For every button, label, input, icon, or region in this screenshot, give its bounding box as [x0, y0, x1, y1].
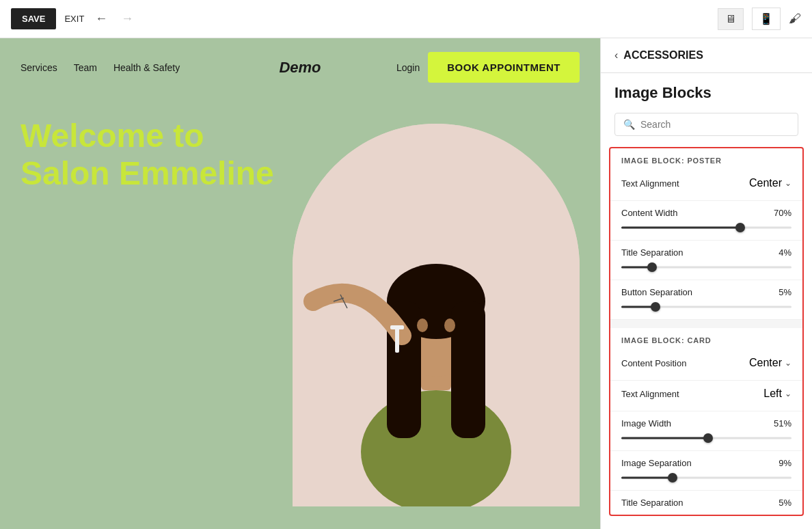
right-panel: ‹ ACCESSORIES Image Blocks 🔍 IMAGE BLOCK… — [600, 38, 812, 529]
canvas: Services Team Health & Safety Demo Login… — [0, 38, 600, 529]
settings-block: IMAGE BLOCK: POSTER Text Alignment Cente… — [609, 147, 804, 516]
nav-links: Services Team Health & Safety — [21, 62, 180, 73]
content-width-label: Content Width — [621, 208, 677, 218]
login-link[interactable]: Login — [396, 62, 420, 73]
desktop-icon: 🖥 — [725, 13, 736, 25]
text-alignment-row: Text Alignment Center ⌄ — [610, 170, 802, 201]
nav-right: Login BOOK APPOINTMENT — [396, 52, 580, 83]
mobile-icon: 📱 — [759, 13, 773, 25]
hero-section: Welcome to Salon Emmeline — [0, 96, 600, 506]
card-text-alignment-row: Text Alignment Left ⌄ — [610, 381, 802, 411]
card-text-alignment-dropdown[interactable]: Left ⌄ — [763, 388, 791, 400]
button-separation-slider[interactable] — [621, 301, 791, 312]
brush-icon: 🖌 — [789, 12, 801, 25]
card-text-alignment-label: Text Alignment — [621, 389, 679, 399]
image-width-row: Image Width 51% — [610, 411, 802, 451]
text-alignment-value: Center — [749, 177, 782, 189]
bottom-title-sep-row: Title Separation 5% — [610, 491, 802, 515]
title-separation-slider[interactable] — [621, 262, 791, 273]
image-separation-value: 9% — [779, 458, 791, 468]
site-nav: Services Team Health & Safety Demo Login… — [0, 38, 600, 96]
panel-content: Image Blocks 🔍 IMAGE BLOCK: POSTER Text … — [601, 73, 812, 529]
content-position-row: Content Position Center ⌄ — [610, 350, 802, 381]
content-position-label: Content Position — [621, 358, 686, 368]
back-icon[interactable]: ‹ — [614, 49, 618, 62]
content-width-slider[interactable] — [621, 222, 791, 233]
book-appointment-button[interactable]: BOOK APPOINTMENT — [428, 52, 580, 83]
bottom-title-sep-label: Title Separation — [621, 498, 684, 508]
hero-image-container — [293, 124, 580, 506]
chevron-down-icon-3: ⌄ — [785, 389, 791, 398]
style-button[interactable]: 🖌 — [789, 12, 801, 26]
button-separation-value: 5% — [779, 287, 791, 297]
search-icon: 🔍 — [623, 119, 635, 130]
hero-person-image — [293, 124, 580, 506]
card-section-label: IMAGE BLOCK: CARD — [610, 328, 802, 350]
text-alignment-label: Text Alignment — [621, 178, 679, 189]
redo-button[interactable]: → — [118, 9, 136, 29]
svg-point-7 — [417, 318, 428, 332]
bottom-title-sep-value: 5% — [779, 498, 791, 508]
nav-team[interactable]: Team — [74, 62, 97, 73]
accessories-header: ‹ ACCESSORIES — [601, 38, 812, 73]
hero-text: Welcome to Salon Emmeline — [21, 117, 280, 192]
svg-point-8 — [444, 318, 455, 332]
content-width-value: 70% — [774, 208, 791, 218]
site-logo: Demo — [279, 59, 321, 77]
hero-arch-bg — [293, 124, 580, 506]
card-text-alignment-value: Left — [763, 388, 782, 400]
chevron-down-icon: ⌄ — [785, 178, 791, 188]
content-width-row: Content Width 70% — [610, 201, 802, 241]
toolbar: SAVE EXIT ← → 🖥 📱 🖌 — [0, 0, 812, 38]
image-width-label: Image Width — [621, 418, 671, 429]
image-separation-slider[interactable] — [621, 472, 791, 483]
image-separation-row: Image Separation 9% — [610, 451, 802, 491]
text-alignment-dropdown[interactable]: Center ⌄ — [749, 177, 791, 189]
nav-health-safety[interactable]: Health & Safety — [113, 62, 180, 73]
image-separation-label: Image Separation — [621, 458, 692, 468]
main-area: Services Team Health & Safety Demo Login… — [0, 38, 812, 529]
search-input[interactable] — [640, 119, 789, 130]
nav-services[interactable]: Services — [21, 62, 57, 73]
undo-icon: ← — [95, 12, 107, 26]
section-divider — [610, 320, 802, 328]
search-bar: 🔍 — [614, 113, 798, 136]
accessories-title: ACCESSORIES — [623, 49, 703, 62]
title-separation-row: Title Separation 4% — [610, 241, 802, 280]
button-separation-label: Button Separation — [621, 287, 692, 297]
desktop-view-button[interactable]: 🖥 — [718, 8, 744, 30]
svg-rect-6 — [451, 301, 485, 438]
hero-title: Welcome to Salon Emmeline — [21, 117, 280, 192]
save-button[interactable]: SAVE — [11, 8, 56, 29]
exit-button[interactable]: EXIT — [64, 14, 84, 24]
button-separation-row: Button Separation 5% — [610, 280, 802, 320]
chevron-down-icon-2: ⌄ — [785, 358, 791, 368]
title-separation-value: 4% — [779, 247, 791, 258]
image-width-slider[interactable] — [621, 433, 791, 444]
redo-icon: → — [121, 12, 133, 26]
image-blocks-title: Image Blocks — [601, 84, 812, 113]
svg-rect-10 — [390, 325, 404, 329]
mobile-view-button[interactable]: 📱 — [752, 8, 781, 30]
image-width-value: 51% — [774, 418, 791, 429]
undo-button[interactable]: ← — [92, 9, 110, 29]
content-position-value: Center — [749, 357, 782, 369]
title-separation-label: Title Separation — [621, 247, 684, 258]
poster-section-label: IMAGE BLOCK: POSTER — [610, 148, 802, 170]
content-position-dropdown[interactable]: Center ⌄ — [749, 357, 791, 369]
